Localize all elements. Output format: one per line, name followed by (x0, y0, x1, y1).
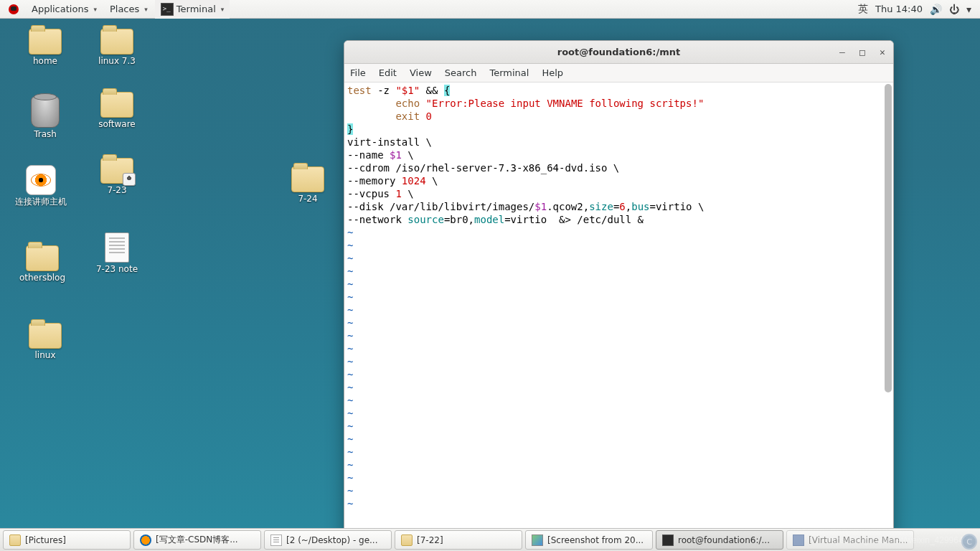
folder-icon (9, 534, 21, 546)
desktop-icon-home[interactable]: home (13, 29, 77, 66)
power-icon[interactable]: ⏻ (949, 4, 959, 15)
trash-icon (31, 96, 60, 128)
terminal-window: root@foundation6:/mnt — □ ✕ File Edit Vi… (344, 40, 894, 544)
distro-icon[interactable] (3, 0, 24, 19)
terminal-text: test -z "$1" && { echo "Error:Please inp… (344, 83, 893, 512)
clock[interactable]: Thu 14:40 (875, 4, 923, 14)
icon-label: software (85, 119, 149, 129)
window-titlebar[interactable]: root@foundation6:/mnt — □ ✕ (344, 41, 893, 64)
ime-indicator[interactable]: 英 (858, 3, 868, 16)
terminal-body[interactable]: test -z "$1" && { echo "Error:Please inp… (344, 83, 893, 543)
menu-search[interactable]: Search (445, 67, 477, 78)
task-label: root@foundation6:/... (678, 535, 770, 545)
window-minimize-button[interactable]: — (837, 47, 847, 57)
desktop-icon-trash[interactable]: Trash (13, 96, 77, 139)
menu-applications[interactable]: Applications (26, 0, 103, 19)
vmm-icon (793, 534, 804, 546)
window-maximize-button[interactable]: □ (857, 47, 867, 57)
redhat-icon (9, 4, 19, 14)
volume-icon[interactable]: 🔊 (930, 4, 942, 15)
vnc-icon (26, 165, 56, 195)
menu-terminal-label: Terminal (176, 4, 216, 14)
watermark-text: https://blog.csdn.net/weixin_42996489 (826, 535, 973, 545)
textfile-icon (105, 232, 129, 263)
terminal-menubar: File Edit View Search Terminal Help (344, 64, 893, 83)
task-7-22[interactable]: [7-22] (395, 530, 522, 550)
desktop-icon-vnc[interactable]: 连接讲师主机 (9, 165, 73, 207)
top-panel: Applications Places Terminal 英 Thu 14:40… (0, 0, 980, 19)
folder-icon (100, 92, 133, 118)
task-label: [Pictures] (25, 535, 66, 545)
menu-places-label: Places (110, 4, 139, 14)
menu-terminal[interactable]: Terminal (489, 67, 529, 78)
icon-label: othersblog (10, 273, 75, 283)
folder-icon (291, 166, 324, 192)
icon-label: linux 7.3 (85, 56, 149, 66)
folder-icon (401, 534, 413, 546)
task-screenshot[interactable]: [Screenshot from 20... (525, 530, 653, 550)
icon-label: 7-23 (85, 185, 149, 195)
terminal-icon (161, 3, 174, 16)
desktop-icon-othersblog[interactable]: othersblog (10, 245, 75, 283)
image-icon (532, 534, 543, 546)
desktop-icon-linux73[interactable]: linux 7.3 (85, 29, 149, 66)
icon-label: 7-23 note (85, 264, 149, 274)
menu-applications-label: Applications (32, 4, 88, 14)
gedit-icon (270, 534, 282, 546)
desktop-icon-7-24[interactable]: 7-24 (275, 166, 340, 204)
scrollbar-thumb[interactable] (885, 84, 892, 392)
menu-edit[interactable]: Edit (379, 67, 397, 78)
folder-icon (29, 323, 62, 349)
icon-label: 7-24 (275, 194, 340, 204)
desktop-icon-7-23[interactable]: 7-23 (85, 158, 149, 195)
task-firefox-csdn[interactable]: [写文章-CSDN博客... (133, 530, 261, 550)
menu-places[interactable]: Places (104, 0, 154, 19)
task-gedit[interactable]: [2 (~/Desktop) - ge... (264, 530, 392, 550)
icon-label: Trash (13, 129, 77, 139)
folder-locked-icon (100, 158, 133, 184)
window-title: root@foundation6:/mnt (344, 47, 893, 57)
icon-label: linux (13, 350, 77, 360)
desktop-icon-software[interactable]: software (85, 92, 149, 129)
task-label: [2 (~/Desktop) - ge... (286, 535, 377, 545)
icon-label: 连接讲师主机 (9, 197, 73, 207)
watermark-badge-icon: C (961, 534, 977, 550)
icon-label: home (13, 56, 77, 66)
folder-icon (29, 29, 62, 55)
desktop-icon-linux[interactable]: linux (13, 323, 77, 360)
user-menu-icon[interactable]: ▾ (966, 4, 971, 15)
task-terminal[interactable]: root@foundation6:/... (656, 530, 783, 550)
menu-terminal[interactable]: Terminal (155, 0, 230, 19)
task-label: [Screenshot from 20... (547, 535, 644, 545)
window-close-button[interactable]: ✕ (877, 47, 887, 57)
task-pictures[interactable]: [Pictures] (3, 530, 131, 550)
desktop[interactable]: home Trash 连接讲师主机 othersblog linux linux… (0, 19, 980, 528)
desktop-icon-7-23-note[interactable]: 7-23 note (85, 232, 149, 274)
firefox-icon (140, 534, 151, 546)
task-label: [7-22] (417, 535, 443, 545)
folder-icon (26, 245, 59, 271)
menu-file[interactable]: File (350, 67, 366, 78)
task-label: [写文章-CSDN博客... (156, 534, 238, 546)
folder-icon (100, 29, 133, 55)
terminal-icon (662, 534, 674, 546)
menu-help[interactable]: Help (542, 67, 563, 78)
menu-view[interactable]: View (410, 67, 432, 78)
terminal-scrollbar[interactable] (885, 84, 892, 529)
